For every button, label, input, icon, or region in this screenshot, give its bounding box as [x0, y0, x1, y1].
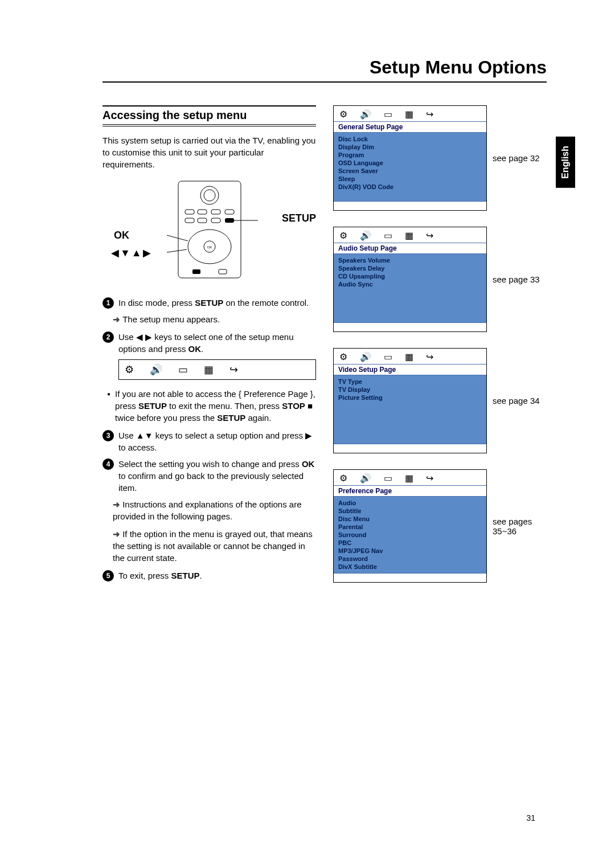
- osd-header: Video Setup Page: [334, 364, 486, 375]
- osd-screen: ⚙🔊▭▦↪Audio Setup PageSpeakers VolumeSpea…: [333, 227, 487, 332]
- osd-header: Audio Setup Page: [334, 243, 486, 254]
- step-5: 5 To exit, press SETUP.: [102, 570, 316, 582]
- osd-footer: [334, 573, 486, 582]
- osd-item: Display Dim: [338, 143, 482, 151]
- osd-screen: ⚙🔊▭▦↪Video Setup PageTV TypeTV DisplayPi…: [333, 348, 487, 453]
- osd-item: Audio: [338, 499, 482, 507]
- osd-item: TV Type: [338, 378, 482, 386]
- osd-item: CD Upsampling: [338, 272, 482, 280]
- osd-tab-row: ⚙🔊▭▦↪: [334, 470, 486, 485]
- osd-tab-icon: ▦: [405, 473, 413, 484]
- osd-item: MP3/JPEG Nav: [338, 547, 482, 555]
- osd-item: Speakers Delay: [338, 264, 482, 272]
- step-4-sub1: Instructions and explanations of the opt…: [102, 498, 316, 522]
- osd-tab-icon: ▦: [405, 230, 413, 241]
- osd-footer: [334, 322, 486, 331]
- arrows-label: ◀▼▲▶: [111, 247, 152, 259]
- osd-item: Audio Sync: [338, 280, 482, 288]
- step-1: 1 In disc mode, press SETUP on the remot…: [102, 297, 316, 309]
- osd-tab-icon: ↪: [426, 473, 433, 484]
- step-4-sub2: If the option in the menu is grayed out,…: [102, 528, 316, 564]
- video-icon: ▭: [178, 363, 188, 376]
- remote-svg-icon: OK: [138, 178, 281, 281]
- exit-icon: ↪: [229, 363, 238, 376]
- osd-item: Disc Lock: [338, 135, 482, 143]
- osd-tab-icon: 🔊: [360, 351, 371, 362]
- osd-tab-icon: ▭: [384, 109, 392, 120]
- osd-body: Disc LockDisplay DimProgramOSD LanguageS…: [334, 133, 486, 201]
- osd-screen: ⚙🔊▭▦↪Preference PageAudioSubtitleDisc Me…: [333, 469, 487, 583]
- osd-footer: [334, 201, 486, 210]
- osd-tab-icon: ▭: [384, 351, 392, 362]
- left-column: Accessing the setup menu This system set…: [102, 105, 316, 586]
- step-number-icon: 4: [102, 458, 114, 470]
- osd-item: Subtitle: [338, 507, 482, 515]
- svg-rect-10: [225, 218, 234, 223]
- page-title: Setup Menu Options: [102, 57, 547, 83]
- osd-tab-icon: ⚙: [339, 109, 347, 120]
- osd-tab-row: ⚙🔊▭▦↪: [334, 349, 486, 364]
- osd-tab-icon: ⚙: [339, 473, 347, 484]
- bullet-note: If you are not able to access the { Pref…: [102, 388, 316, 424]
- speaker-icon: 🔊: [150, 363, 162, 376]
- remote-figure: OK SETUP ◀▼▲▶: [102, 178, 316, 286]
- page-ref: see page 32: [493, 153, 547, 163]
- page-number: 31: [526, 813, 535, 822]
- ok-label: OK: [114, 230, 129, 241]
- osd-tabs-inline: ⚙ 🔊 ▭ ▦ ↪: [118, 359, 316, 380]
- osd-tab-icon: ↪: [426, 351, 433, 362]
- osd-box: ⚙🔊▭▦↪General Setup PageDisc LockDisplay …: [333, 105, 547, 211]
- osd-tab-icon: ↪: [426, 109, 433, 120]
- step-2: 2 Use ◀ ▶ keys to select one of the setu…: [102, 331, 316, 355]
- osd-tab-icon: 🔊: [360, 473, 371, 484]
- osd-screen: ⚙🔊▭▦↪General Setup PageDisc LockDisplay …: [333, 105, 487, 211]
- grid-icon: ▦: [204, 363, 214, 376]
- osd-tab-icon: ▭: [384, 230, 392, 241]
- osd-item: OSD Language: [338, 159, 482, 167]
- intro-text: This system setup is carried out via the…: [102, 134, 316, 170]
- osd-item: DivX(R) VOD Code: [338, 183, 482, 191]
- osd-item: Sleep: [338, 175, 482, 183]
- settings-icon: ⚙: [125, 363, 134, 376]
- page-ref: see page 34: [493, 396, 547, 406]
- osd-item: DivX Subtitle: [338, 563, 482, 571]
- osd-tab-icon: ▭: [384, 473, 392, 484]
- page-ref: see page 33: [493, 275, 547, 284]
- osd-tab-icon: ▦: [405, 351, 413, 362]
- osd-footer: [334, 444, 486, 453]
- step-4: 4 Select the setting you wish to change …: [102, 458, 316, 494]
- osd-tab-row: ⚙🔊▭▦↪: [334, 106, 486, 121]
- step-1-sub: The setup menu appears.: [102, 313, 316, 325]
- page-ref: see pages 35~36: [493, 517, 547, 536]
- osd-item: Screen Saver: [338, 167, 482, 175]
- step-number-icon: 2: [102, 331, 114, 343]
- step-number-icon: 3: [102, 430, 114, 441]
- osd-tab-icon: ↪: [426, 230, 433, 241]
- osd-item: Surround: [338, 531, 482, 539]
- osd-item: Picture Setting: [338, 394, 482, 402]
- osd-tab-icon: 🔊: [360, 109, 371, 120]
- svg-text:OK: OK: [207, 245, 212, 249]
- step-number-icon: 5: [102, 570, 114, 582]
- right-column: ⚙🔊▭▦↪General Setup PageDisc LockDisplay …: [333, 105, 547, 586]
- osd-box: ⚙🔊▭▦↪Preference PageAudioSubtitleDisc Me…: [333, 469, 547, 583]
- osd-body: TV TypeTV DisplayPicture Setting: [334, 375, 486, 444]
- osd-body: Speakers VolumeSpeakers DelayCD Upsampli…: [334, 254, 486, 322]
- osd-item: Program: [338, 151, 482, 159]
- language-tab: English: [556, 137, 575, 188]
- osd-item: Speakers Volume: [338, 256, 482, 264]
- osd-tab-icon: 🔊: [360, 230, 371, 241]
- osd-tab-row: ⚙🔊▭▦↪: [334, 227, 486, 243]
- osd-header: General Setup Page: [334, 121, 486, 133]
- section-title: Accessing the setup menu: [102, 105, 316, 126]
- osd-tab-icon: ⚙: [339, 230, 347, 241]
- osd-tab-icon: ⚙: [339, 351, 347, 362]
- step-number-icon: 1: [102, 297, 114, 309]
- osd-tab-icon: ▦: [405, 109, 413, 120]
- osd-box: ⚙🔊▭▦↪Video Setup PageTV TypeTV DisplayPi…: [333, 348, 547, 453]
- setup-label: SETUP: [282, 212, 316, 224]
- osd-item: TV Display: [338, 386, 482, 394]
- osd-item: Disc Menu: [338, 515, 482, 523]
- osd-item: Parental: [338, 523, 482, 531]
- svg-rect-17: [192, 269, 200, 274]
